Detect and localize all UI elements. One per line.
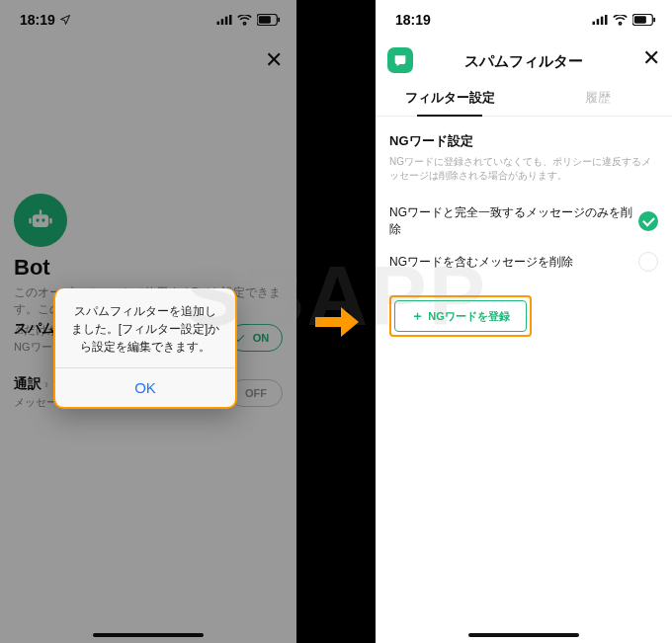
svg-rect-19 — [653, 18, 655, 23]
home-indicator[interactable] — [468, 633, 579, 637]
right-phone-screen: 18:19 スパムフィルター ✕ フィルター設定 — [376, 0, 672, 643]
app-icon[interactable] — [387, 47, 413, 73]
battery-icon — [632, 14, 656, 26]
status-bar: 18:19 — [376, 0, 672, 40]
add-ngword-button[interactable]: ＋ NGワードを登録 — [394, 300, 527, 332]
svg-rect-15 — [601, 17, 604, 25]
plus-icon: ＋ — [411, 307, 424, 325]
alert-ok-button[interactable]: OK — [55, 368, 235, 407]
arrow-right-icon — [315, 311, 357, 333]
filter-settings-body: NGワード設定 NGワードに登録されていなくても、ポリシーに違反するメッセージは… — [376, 117, 672, 353]
ngword-section-title: NGワード設定 — [389, 132, 658, 150]
svg-rect-13 — [593, 22, 596, 25]
option-exact-match-label: NGワードと完全一致するメッセージのみを削除 — [389, 204, 638, 238]
svg-rect-18 — [634, 16, 646, 23]
close-icon[interactable]: ✕ — [642, 45, 660, 71]
wifi-icon — [613, 15, 628, 26]
cellular-signal-icon — [592, 15, 608, 25]
svg-rect-16 — [605, 15, 608, 25]
option-exact-match[interactable]: NGワードと完全一致するメッセージのみを削除 — [389, 199, 658, 246]
alert-message: スパムフィルターを追加しました。[フィルター設定]から設定を編集できます。 — [55, 288, 235, 367]
tab-filter-settings[interactable]: フィルター設定 — [376, 79, 524, 116]
status-time: 18:19 — [395, 12, 431, 28]
tabs: フィルター設定 履歴 — [376, 79, 672, 117]
left-phone-screen: 18:19 ✕ — [0, 0, 296, 643]
page-title: スパムフィルター — [464, 52, 583, 71]
radio-unchecked-icon[interactable] — [638, 252, 658, 272]
add-ngword-label: NGワードを登録 — [428, 309, 510, 324]
alert-dialog: スパムフィルターを追加しました。[フィルター設定]から設定を編集できます。 OK — [53, 288, 237, 409]
radio-checked-icon[interactable] — [638, 211, 658, 231]
ngword-section-description: NGワードに登録されていなくても、ポリシーに違反するメッセージは削除される場合が… — [389, 155, 658, 183]
svg-rect-14 — [597, 19, 600, 25]
option-contains[interactable]: NGワードを含むメッセージを削除 — [389, 246, 658, 280]
tab-history[interactable]: 履歴 — [524, 79, 672, 116]
page-header: スパムフィルター ✕ — [376, 43, 672, 79]
add-ngword-highlight: ＋ NGワードを登録 — [389, 295, 532, 337]
option-contains-label: NGワードを含むメッセージを削除 — [389, 254, 573, 271]
transition-gap — [296, 0, 376, 643]
